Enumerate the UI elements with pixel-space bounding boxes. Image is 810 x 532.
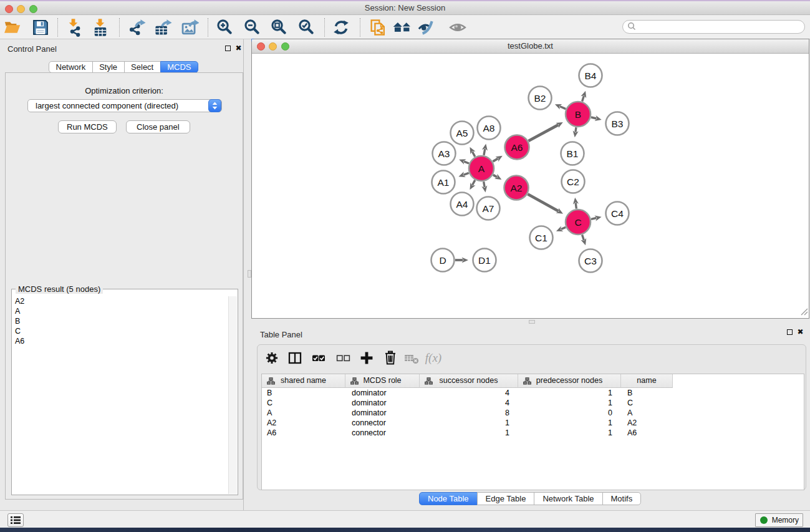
search-input[interactable] <box>639 22 804 31</box>
tab-mcds[interactable]: MCDS <box>160 61 198 73</box>
node-table[interactable]: shared name MCDS role successor nodes pr… <box>261 374 804 490</box>
export-image-icon[interactable] <box>180 19 199 36</box>
control-panel: Control Panel ✖ NetworkStyleSelectMCDS O… <box>0 39 244 510</box>
tab-node-table[interactable]: Node Table <box>419 492 478 505</box>
open-file-icon[interactable] <box>3 19 22 36</box>
edge-A-A3[interactable] <box>464 162 469 163</box>
result-list-item[interactable]: C <box>12 326 228 336</box>
edge-B-B3[interactable] <box>591 117 597 118</box>
column-header-MCDS-role[interactable]: MCDS role <box>345 374 420 388</box>
network-zoom-traffic-light[interactable] <box>281 42 289 51</box>
table-row-A[interactable]: Adominator80A <box>262 408 804 418</box>
cell-MCDS-role: dominator <box>345 388 420 398</box>
export-network-icon[interactable] <box>127 19 146 36</box>
edge-A-A1[interactable] <box>463 173 468 175</box>
first-neighbors-icon[interactable] <box>393 19 412 36</box>
zoom-selected-icon[interactable] <box>297 19 316 36</box>
table-close-panel-icon[interactable]: ✖ <box>797 329 804 336</box>
import-table-icon[interactable] <box>91 19 110 36</box>
deselect-all-icon[interactable] <box>334 349 352 367</box>
edge-A-A6[interactable] <box>493 158 498 162</box>
hide-selected-icon[interactable] <box>417 19 436 36</box>
edge-C-C2[interactable] <box>576 203 576 208</box>
tab-network[interactable]: Network <box>49 61 93 73</box>
table-row-A6[interactable]: A6connector11A6 <box>262 428 804 438</box>
tab-edge-table[interactable]: Edge Table <box>477 492 535 505</box>
table-row-C[interactable]: Cdominator41C <box>262 398 804 408</box>
gear-icon[interactable] <box>263 349 281 367</box>
node-label-A1: A1 <box>438 177 450 188</box>
zoom-traffic-light[interactable] <box>29 5 37 13</box>
column-header-shared-name[interactable]: shared name <box>262 374 345 388</box>
run-mcds-button[interactable]: Run MCDS <box>58 120 117 133</box>
edge-B-B4[interactable] <box>582 96 584 102</box>
tab-network-table[interactable]: Network Table <box>534 492 602 505</box>
select-all-icon[interactable] <box>309 349 328 367</box>
edge-A-A5[interactable] <box>472 152 475 157</box>
tree-icon <box>350 377 359 387</box>
minimize-traffic-light[interactable] <box>17 5 25 13</box>
show-all-icon[interactable] <box>448 19 467 36</box>
table-float-panel-icon[interactable] <box>786 329 793 336</box>
table-panel-tabs: Node TableEdge TableNetwork TableMotifs <box>419 492 641 505</box>
table-row-A2[interactable]: A2connector11A2 <box>262 418 804 428</box>
column-header-successor-nodes[interactable]: successor nodes <box>420 374 518 388</box>
network-minimize-traffic-light[interactable] <box>269 42 277 51</box>
mcds-result-list: A2ABCA6 <box>12 296 228 494</box>
optimization-criterion-select[interactable]: largest connected component (directed) <box>27 99 222 112</box>
memory-button[interactable]: Memory <box>755 513 803 527</box>
zoom-in-icon[interactable] <box>216 19 234 36</box>
mcds-result-group: MCDS result (5 nodes) A2ABCA6 <box>11 289 238 495</box>
delete-column-icon[interactable] <box>381 349 400 367</box>
tab-motifs[interactable]: Motifs <box>602 492 642 505</box>
cell-successor-nodes: 4 <box>420 388 518 398</box>
node-label-C2: C2 <box>567 177 579 187</box>
refresh-icon[interactable] <box>332 19 350 36</box>
edge-C-C4[interactable] <box>591 218 596 219</box>
import-network-icon[interactable] <box>64 19 83 36</box>
edge-A-A2[interactable] <box>493 175 497 177</box>
zoom-fit-icon[interactable] <box>270 19 289 36</box>
close-traffic-light[interactable] <box>5 5 13 13</box>
save-session-icon[interactable] <box>31 19 50 36</box>
edge-B-B1[interactable] <box>576 127 576 132</box>
delete-table-icon[interactable] <box>402 349 421 367</box>
close-panel-button[interactable]: Close panel <box>126 120 190 133</box>
edge-A2-C[interactable] <box>528 194 558 211</box>
network-window-titlebar[interactable]: testGlobe.txt <box>252 39 809 54</box>
edge-C-C1[interactable] <box>561 227 566 229</box>
column-header-predecessor-nodes[interactable]: predecessor nodes <box>518 374 621 388</box>
result-list-item[interactable]: A2 <box>12 296 228 306</box>
close-panel-icon[interactable]: ✖ <box>235 45 242 52</box>
tab-select[interactable]: Select <box>124 61 161 73</box>
column-split-icon[interactable] <box>286 349 304 367</box>
window-title: Session: New Session <box>0 1 810 14</box>
vertical-split-handle[interactable] <box>248 270 251 278</box>
edge-A-A8[interactable] <box>484 149 485 155</box>
network-canvas[interactable]: AA1A2A3A4A5A6A7A8BB1B2B3B4CC1C2C3C4DD1 <box>252 54 809 318</box>
edge-A-A7[interactable] <box>484 181 485 187</box>
zoom-out-icon[interactable] <box>243 19 262 36</box>
float-panel-icon[interactable] <box>224 45 231 52</box>
result-list-item[interactable]: A6 <box>12 336 228 346</box>
table-row-B[interactable]: Bdominator41B <box>262 388 804 398</box>
export-table-icon[interactable] <box>153 19 172 36</box>
edge-A-A4[interactable] <box>472 180 475 185</box>
result-list-scrollbar[interactable] <box>228 296 237 494</box>
show-panels-button[interactable] <box>7 513 24 527</box>
network-close-traffic-light[interactable] <box>257 42 265 51</box>
add-column-icon[interactable] <box>357 349 376 367</box>
mcds-result-group-title: MCDS result (5 nodes) <box>16 284 103 294</box>
result-list-item[interactable]: A <box>12 306 228 316</box>
tab-style[interactable]: Style <box>92 61 125 73</box>
search-box[interactable] <box>622 20 805 34</box>
result-list-item[interactable]: B <box>12 316 228 326</box>
column-header-name[interactable]: name <box>621 374 673 388</box>
edge-B-B2[interactable] <box>560 107 566 109</box>
edge-A6-B[interactable] <box>528 125 558 141</box>
edge-C-C3[interactable] <box>582 235 584 240</box>
function-builder-icon[interactable]: f(x) <box>424 349 443 367</box>
network-resize-grip[interactable] <box>800 307 808 317</box>
clone-network-icon[interactable] <box>369 19 387 36</box>
tree-icon <box>425 377 433 387</box>
